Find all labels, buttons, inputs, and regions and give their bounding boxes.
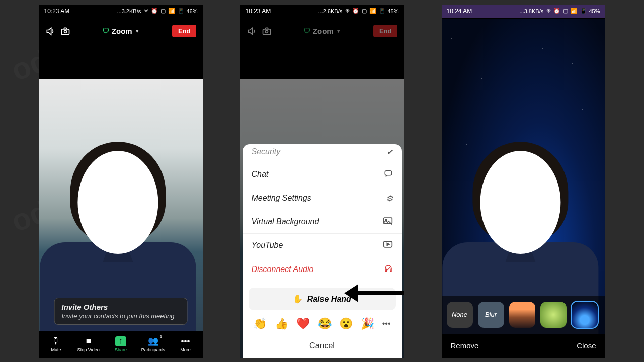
participants-button[interactable]: 👥 1 Participants: [137, 336, 169, 352]
menu-item-disconnect-audio[interactable]: Disconnect Audio: [243, 257, 402, 282]
menu-item-virtual-background[interactable]: Virtual Background: [243, 210, 402, 234]
mic-icon: 🎙: [52, 336, 60, 346]
status-time: 10:23 AM: [246, 8, 271, 15]
speaker-icon[interactable]: [45, 26, 55, 36]
stop-video-button[interactable]: ■ Stop Video: [72, 336, 105, 352]
image-icon: [383, 217, 393, 227]
participants-count: 1: [160, 334, 162, 339]
app-title-dropdown[interactable]: 🛡 Zoom ▼: [304, 27, 341, 35]
vb-option-grass[interactable]: [540, 302, 567, 328]
menu-item-youtube[interactable]: YouTube: [243, 234, 402, 257]
status-bar: 10:23 AM ...2.6KB/s ✳ ⏰ ▢ 📶 📱 45%: [240, 5, 404, 18]
battery-pct: 45%: [589, 8, 600, 14]
screenshot-1: 10:23 AM ...3.2KB/s ✳ ⏰ ▢ 📶 📱 46% 🛡 Zoom…: [39, 5, 203, 358]
cancel-button[interactable]: Cancel: [243, 334, 402, 357]
vb-option-bridge[interactable]: [509, 302, 535, 328]
menu-item-security[interactable]: Security ✔: [243, 144, 402, 162]
net-speed: ...3.2KB/s: [117, 8, 141, 14]
end-button[interactable]: End: [373, 25, 398, 37]
react-thumbs-up[interactable]: 👍: [275, 317, 288, 330]
more-button[interactable]: ••• More: [169, 336, 201, 352]
youtube-icon: [383, 240, 393, 250]
react-party[interactable]: 🎉: [361, 317, 374, 330]
raise-hand-button[interactable]: ✋ Raise Hand: [249, 288, 396, 310]
vb-option-earth[interactable]: [572, 302, 598, 328]
shield-icon: 🛡: [103, 27, 109, 35]
react-clap[interactable]: 👏: [253, 317, 267, 330]
chat-icon: [384, 169, 393, 180]
meeting-toolbar: 🛡 Zoom ▼ End: [240, 18, 404, 45]
app-title-dropdown[interactable]: 🛡 Zoom ▼: [103, 27, 140, 35]
status-bar: 10:24 AM ...3.8KB/s ✳ ⏰ ▢ 📶 📱 45%: [442, 5, 605, 18]
invite-title: Invite Others: [62, 303, 180, 311]
vb-actions-bar: Remove Close: [442, 334, 605, 358]
speaker-icon[interactable]: [247, 26, 257, 36]
video-icon: ■: [86, 336, 91, 346]
net-speed: ...3.8KB/s: [520, 8, 544, 14]
react-laugh[interactable]: 😂: [318, 317, 332, 330]
chevron-down-icon: ▼: [135, 28, 140, 34]
status-time: 10:23 AM: [44, 8, 70, 15]
status-right: ...2.6KB/s ✳ ⏰ ▢ 📶 📱 45%: [318, 8, 399, 14]
more-icon: •••: [181, 336, 190, 346]
meeting-bottom-toolbar: 🎙 Mute ■ Stop Video ↑ Share 👥 1 Particip…: [39, 331, 203, 358]
screenshot-2: 10:23 AM ...2.6KB/s ✳ ⏰ ▢ 📶 📱 45% 🛡 Zoom…: [240, 5, 404, 358]
status-bar: 10:23 AM ...3.2KB/s ✳ ⏰ ▢ 📶 📱 46%: [39, 5, 203, 18]
status-icons-group: ✳ ⏰ ▢ 📶 📱: [144, 8, 185, 14]
shield-check-icon: ✔: [386, 147, 393, 157]
status-right: ...3.8KB/s ✳ ⏰ ▢ 📶 📱 45%: [520, 8, 600, 14]
shield-icon: 🛡: [304, 27, 310, 35]
more-menu-sheet: Security ✔ Chat Meeting Settings ⚙ Virtu…: [243, 144, 402, 358]
svg-rect-0: [61, 29, 69, 34]
status-icons-group: ✳ ⏰ ▢ 📶 📱: [345, 8, 386, 14]
camera-flip-icon[interactable]: [262, 26, 272, 36]
camera-flip-icon[interactable]: [60, 26, 70, 36]
headphone-off-icon: [384, 264, 393, 275]
chevron-down-icon: ▼: [336, 28, 341, 34]
vb-option-none[interactable]: None: [447, 302, 473, 328]
share-button[interactable]: ↑ Share: [105, 336, 137, 352]
svg-point-3: [265, 30, 268, 33]
battery-pct: 46%: [186, 8, 197, 14]
svg-rect-4: [385, 170, 392, 175]
mute-button[interactable]: 🎙 Mute: [40, 336, 72, 352]
vb-option-blur[interactable]: Blur: [478, 302, 504, 328]
menu-item-chat[interactable]: Chat: [243, 162, 402, 187]
menu-item-meeting-settings[interactable]: Meeting Settings ⚙: [243, 187, 402, 210]
reactions-row: 👏 👍 ❤️ 😂 😮 🎉 •••: [243, 313, 402, 334]
status-right: ...3.2KB/s ✳ ⏰ ▢ 📶 📱 46%: [117, 8, 198, 14]
vb-remove-button[interactable]: Remove: [451, 341, 479, 350]
svg-point-1: [64, 30, 66, 33]
battery-pct: 45%: [387, 8, 398, 14]
hand-icon: ✋: [293, 295, 303, 303]
screenshot-3: 10:24 AM ...3.8KB/s ✳ ⏰ ▢ 📶 📱 45% None B…: [442, 5, 605, 358]
face-mask-icon: [480, 151, 560, 254]
participant-silhouette: [47, 137, 188, 358]
svg-rect-2: [263, 29, 270, 34]
react-more-icon[interactable]: •••: [382, 319, 391, 328]
participants-icon: 👥: [148, 336, 158, 346]
invite-subtitle: Invite your contacts to join this meetin…: [62, 312, 180, 320]
vb-close-button[interactable]: Close: [577, 341, 596, 350]
face-mask-icon: [77, 151, 158, 254]
invite-tooltip[interactable]: Invite Others Invite your contacts to jo…: [54, 298, 188, 325]
meeting-toolbar: 🛡 Zoom ▼ End: [39, 18, 203, 45]
react-wow[interactable]: 😮: [339, 317, 353, 330]
status-time: 10:24 AM: [447, 8, 472, 15]
gear-icon: ⚙: [386, 194, 393, 203]
virtual-background-chooser: None Blur: [442, 296, 605, 334]
net-speed: ...2.6KB/s: [318, 8, 343, 14]
react-heart[interactable]: ❤️: [296, 317, 310, 330]
status-icons-group: ✳ ⏰ ▢ 📶 📱: [546, 8, 588, 14]
app-title: Zoom: [313, 27, 334, 35]
app-title: Zoom: [112, 27, 132, 35]
share-icon: ↑: [115, 336, 126, 346]
end-button[interactable]: End: [172, 25, 197, 37]
